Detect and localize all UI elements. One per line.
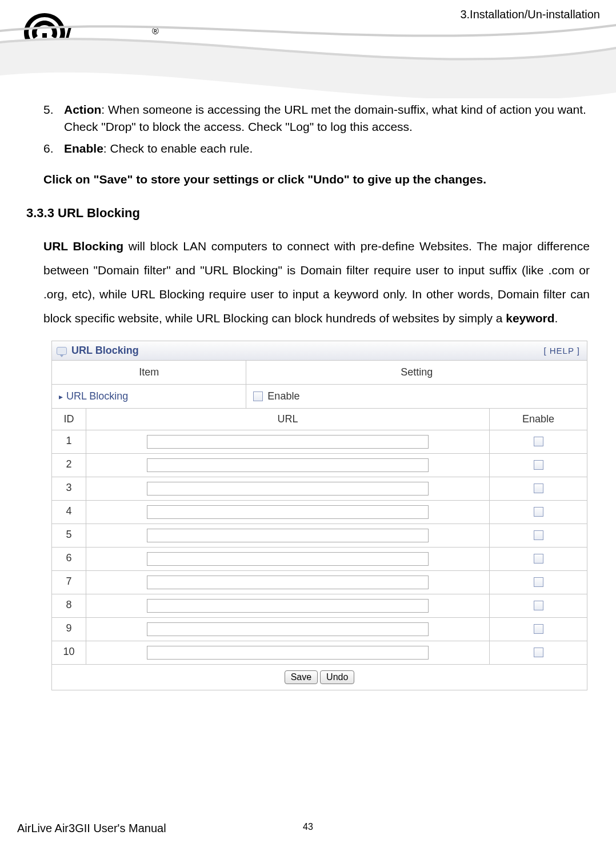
action-desc-line1: : When someone is accessing the URL met … [101, 103, 586, 116]
row-enable-checkbox[interactable] [534, 577, 543, 587]
row-id: 1 [52, 430, 86, 453]
row-id: 2 [52, 454, 86, 477]
svg-text:®: ® [152, 26, 159, 36]
row-id: 8 [52, 594, 86, 617]
row-id: 10 [52, 641, 86, 664]
table-row: 1 [52, 430, 587, 454]
section-heading: 3.3.3 URL Blocking [26, 206, 590, 221]
row-enable-checkbox[interactable] [534, 437, 543, 446]
table-row: 3 [52, 477, 587, 501]
url-blocking-tail: . [554, 311, 558, 325]
table-row: 2 [52, 454, 587, 477]
list-number: 6. [43, 142, 58, 155]
row-enable-checkbox[interactable] [534, 648, 543, 657]
url-table-header-row: ID URL Enable [52, 409, 587, 430]
url-input[interactable] [147, 599, 429, 613]
table-row: 6 [52, 548, 587, 571]
table-row: 5 [52, 524, 587, 548]
list-number: 5. [43, 103, 58, 117]
svg-text:Air Live: Air Live [19, 39, 117, 67]
table-row: 7 [52, 571, 587, 594]
url-blocking-enable-label: Enable [267, 390, 299, 402]
item-setting-header-row: Item Setting [52, 361, 587, 385]
panel-button-row: Save Undo [52, 665, 587, 690]
list-item-6: 6. Enable: Check to enable each rule. [43, 142, 590, 155]
page-number: 43 [303, 822, 313, 832]
row-id: 6 [52, 548, 86, 570]
url-blocking-setting-row: URL Blocking Enable [52, 385, 587, 409]
table-row: 8 [52, 594, 587, 618]
url-input[interactable] [147, 576, 429, 589]
help-link[interactable]: [ HELP ] [543, 346, 580, 355]
url-column-header: URL [86, 409, 490, 430]
url-blocking-paragraph: URL Blocking will block LAN computers to… [43, 234, 590, 330]
url-blocking-item-label: URL Blocking [52, 385, 246, 408]
row-id: 9 [52, 618, 86, 641]
url-input[interactable] [147, 646, 429, 660]
item-column-header: Item [52, 361, 246, 384]
enable-column-header: Enable [490, 409, 587, 430]
save-button[interactable]: Save [285, 670, 318, 684]
url-input[interactable] [147, 458, 429, 472]
action-desc-line2: Check "Drop" to block the access. Check … [64, 120, 590, 134]
save-undo-note: Click on "Save" to store your settings o… [43, 173, 590, 186]
table-row: 10 [52, 641, 587, 665]
panel-header: URL Blocking [ HELP ] [52, 341, 587, 361]
row-id: 5 [52, 524, 86, 547]
url-blocking-lead: URL Blocking [43, 239, 123, 253]
table-row: 9 [52, 618, 587, 641]
setting-column-header: Setting [246, 361, 587, 384]
url-input[interactable] [147, 552, 429, 566]
row-enable-checkbox[interactable] [534, 554, 543, 564]
row-enable-checkbox[interactable] [534, 624, 543, 634]
manual-title: AirLive Air3GII User's Manual [17, 822, 166, 835]
url-input[interactable] [147, 435, 429, 449]
url-input[interactable] [147, 505, 429, 519]
row-enable-checkbox[interactable] [534, 530, 543, 540]
url-input[interactable] [147, 622, 429, 636]
enable-desc: : Check to enable each rule. [103, 142, 253, 155]
table-row: 4 [52, 501, 587, 524]
keyword-bold: keyword [506, 311, 554, 325]
list-item-5: 5. Action: When someone is accessing the… [43, 103, 590, 134]
url-blocking-panel: URL Blocking [ HELP ] Item Setting URL B… [51, 341, 587, 690]
url-blocking-enable-checkbox[interactable] [253, 391, 263, 401]
row-id: 3 [52, 477, 86, 500]
row-enable-checkbox[interactable] [534, 484, 543, 493]
row-id: 7 [52, 571, 86, 594]
row-enable-checkbox[interactable] [534, 601, 543, 610]
url-input[interactable] [147, 482, 429, 496]
chapter-header: 3.Installation/Un-installation [460, 8, 600, 21]
url-input[interactable] [147, 529, 429, 542]
row-enable-checkbox[interactable] [534, 507, 543, 517]
page-footer: AirLive Air3GII User's Manual 43 [17, 822, 599, 835]
undo-button[interactable]: Undo [320, 670, 354, 684]
row-id: 4 [52, 501, 86, 524]
row-enable-checkbox[interactable] [534, 460, 543, 470]
enable-bold: Enable [64, 142, 103, 155]
id-column-header: ID [52, 409, 86, 430]
airlive-logo: Air Live ® [16, 10, 165, 70]
action-bold: Action [64, 103, 101, 116]
panel-title: URL Blocking [71, 345, 139, 357]
speech-bubble-icon [57, 347, 67, 355]
